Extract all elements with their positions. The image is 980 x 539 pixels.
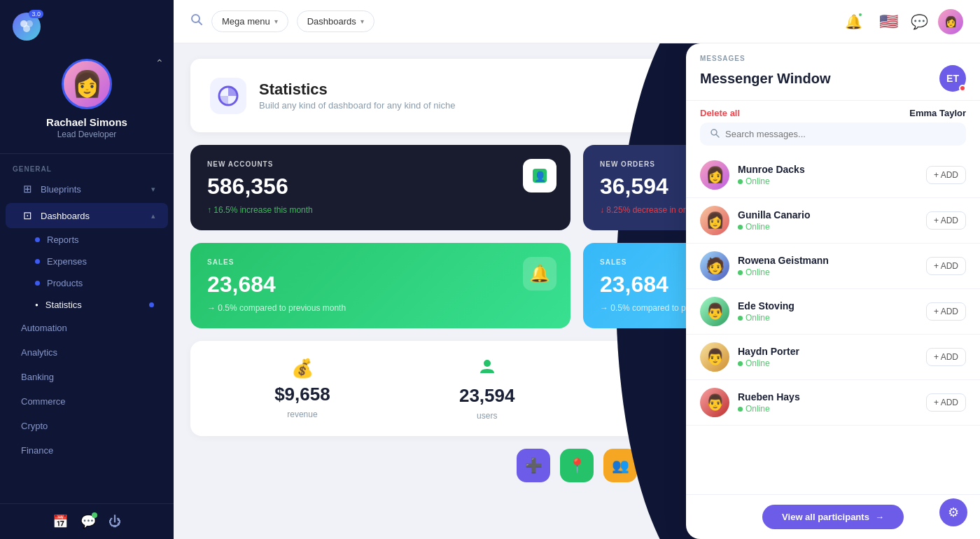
profile-name: Rachael Simons — [46, 116, 127, 128]
chevron-down-icon: ▾ — [360, 18, 364, 25]
messenger-title-row: Messenger Window ET — [700, 65, 966, 92]
view-all-participants-button[interactable]: View all participants → — [762, 505, 904, 529]
chevron-up-icon: ▴ — [151, 211, 155, 220]
notifications-icon[interactable]: 🔔 — [841, 9, 866, 34]
calendar-icon[interactable]: 📅 — [52, 514, 68, 529]
add-contact-button[interactable]: + ADD — [926, 211, 966, 230]
contact-info: Rueben Hays Online — [738, 391, 918, 414]
metric-orders: 📋 1,064 orders — [644, 358, 690, 419]
contact-info: Ede Stoving Online — [738, 300, 918, 323]
main-content: Mega menu ▾ Dashboards ▾ 🔔 🇺🇸 💬 👩 — [174, 0, 980, 539]
add-contact-button[interactable]: + ADD — [926, 257, 966, 275]
profile-chevron-icon[interactable]: ⌃ — [155, 57, 164, 69]
sidebar-item-label: Crypto — [21, 421, 155, 431]
card-change: ↑ 16.5% increase this month — [207, 205, 554, 215]
location-action-button[interactable]: 📍 — [560, 449, 594, 482]
add-action-button[interactable]: ➕ — [517, 449, 550, 482]
list-item: 🧑 Rowena Geistmann Online + ADD — [686, 244, 980, 289]
contact-status: Online — [738, 358, 918, 368]
svg-line-4 — [199, 22, 202, 25]
user-profile: ⌃ 👩 Rachael Simons Lead Developer — [0, 48, 174, 154]
sidebar-item-label: Expenses — [47, 256, 87, 267]
search-input[interactable] — [725, 129, 956, 139]
contact-name: Haydn Porter — [738, 346, 918, 357]
topbar-right: 🔔 🇺🇸 💬 👩 — [841, 9, 963, 34]
messenger-avatar: ET — [939, 65, 966, 92]
revenue-icon: 💰 — [291, 358, 314, 379]
sidebar-item-label: Products — [47, 278, 83, 288]
metric-users: 23,594 users — [459, 356, 515, 421]
contact-info: Rowena Geistmann Online — [738, 255, 918, 277]
card-icon: 👤 — [523, 159, 556, 192]
sidebar-item-banking[interactable]: Banking — [6, 365, 168, 388]
sidebar-item-dashboards[interactable]: ⊡ Dashboards ▴ — [6, 203, 168, 228]
messages-icon[interactable]: 💬 — [911, 13, 928, 30]
card-label: SALES — [207, 258, 554, 266]
sidebar-item-label: Analytics — [21, 347, 155, 358]
online-dot-icon — [738, 407, 743, 412]
chevron-down-icon: ▾ — [151, 185, 155, 194]
add-contact-button[interactable]: + ADD — [926, 302, 966, 321]
sidebar-item-automation[interactable]: Automation — [6, 316, 168, 340]
sidebar-item-blueprints[interactable]: ⊞ Blueprints ▾ — [6, 176, 168, 202]
status-dot — [959, 85, 966, 92]
sidebar-item-analytics[interactable]: Analytics — [6, 341, 168, 364]
flag-icon[interactable]: 🇺🇸 — [876, 9, 901, 34]
metric-value: 1,064 — [644, 384, 690, 405]
contact-status: Online — [738, 404, 918, 414]
sidebar-item-products[interactable]: Products — [6, 273, 168, 293]
notification-dot — [858, 12, 863, 18]
messenger-footer: View all participants → — [686, 494, 980, 539]
card-label: NEW ACCOUNTS — [207, 160, 554, 168]
messenger-search-box — [700, 122, 966, 146]
avatar: 👩 — [62, 59, 112, 109]
online-dot-icon — [738, 179, 743, 184]
contact-avatar: 👩 — [700, 160, 729, 190]
topbar: Mega menu ▾ Dashboards ▾ 🔔 🇺🇸 💬 👩 — [174, 0, 980, 43]
messenger-panel: MESSAGES Messenger Window ET Delete all … — [686, 43, 980, 539]
add-contact-button[interactable]: + ADD — [926, 166, 966, 184]
contact-name: Munroe Dacks — [738, 164, 918, 175]
list-item: 👩 Gunilla Canario Online + ADD — [686, 198, 980, 244]
sidebar-item-expenses[interactable]: Expenses — [6, 251, 168, 272]
sidebar-item-commerce[interactable]: Commerce — [6, 390, 168, 413]
sub-dot-icon — [149, 302, 154, 307]
contact-info: Haydn Porter Online — [738, 346, 918, 368]
sidebar-bottom-bar: 📅 💬 ⏻ — [0, 503, 174, 539]
sidebar-item-crypto[interactable]: Crypto — [6, 414, 168, 438]
sidebar-item-statistics[interactable]: ● Statistics — [6, 295, 168, 315]
statistics-icon — [210, 78, 246, 114]
profile-role: Lead Developer — [57, 130, 117, 139]
dashboards-label: Dashboards — [307, 16, 356, 27]
contact-name: Rowena Geistmann — [738, 255, 918, 266]
search-icon — [710, 128, 720, 140]
power-icon[interactable]: ⏻ — [108, 514, 121, 529]
sidebar-item-finance[interactable]: Finance — [6, 439, 168, 462]
sidebar-item-reports[interactable]: Reports — [6, 230, 168, 250]
online-dot-icon — [738, 270, 743, 275]
add-contact-button[interactable]: + ADD — [926, 393, 966, 412]
svg-point-2 — [23, 25, 30, 32]
online-dot-icon — [738, 316, 743, 321]
settings-gear-button[interactable]: ⚙ — [939, 498, 967, 526]
contact-avatar: 👩 — [700, 206, 729, 235]
logo-version: 3.0 — [29, 10, 43, 18]
sidebar-item-label: Reports — [47, 234, 79, 245]
messenger-header: MESSAGES Messenger Window ET — [686, 43, 980, 101]
sidebar-logo: 3.0 — [0, 0, 174, 48]
list-item: 👨 Ede Stoving Online + ADD — [686, 289, 980, 335]
mega-menu-button[interactable]: Mega menu ▾ — [211, 10, 288, 32]
online-dot-icon — [738, 361, 743, 366]
delete-all-button[interactable]: Delete all — [700, 108, 740, 118]
list-item: 👨 Rueben Hays Online + ADD — [686, 380, 980, 426]
search-icon[interactable] — [190, 13, 203, 29]
user-avatar[interactable]: 👩 — [938, 9, 963, 34]
dashboards-button[interactable]: Dashboards ▾ — [297, 10, 374, 32]
list-item: 👩 Munroe Dacks Online + ADD — [686, 153, 980, 198]
stats-header-info: Statistics Build any kind of dashboard f… — [259, 80, 455, 111]
people-action-button[interactable]: 👥 — [603, 449, 637, 482]
sidebar-section-label: GENERAL — [0, 160, 174, 176]
chat-icon[interactable]: 💬 — [80, 514, 96, 529]
add-contact-button[interactable]: + ADD — [926, 348, 966, 366]
page-title: Statistics — [259, 80, 455, 99]
